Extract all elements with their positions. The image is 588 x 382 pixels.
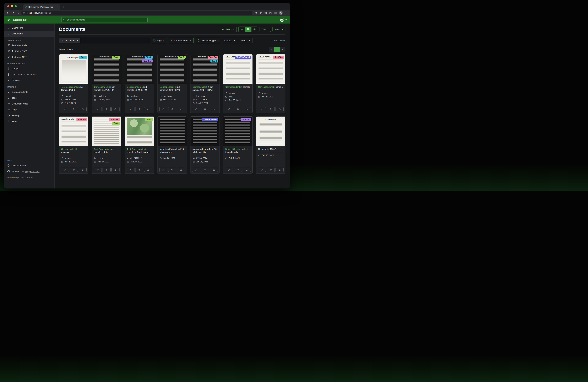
view-button[interactable] [70, 107, 78, 111]
tag-badge[interactable]: Tag 2 [145, 56, 153, 59]
download-button[interactable] [79, 168, 87, 172]
document-card[interactable]: Tag 3 Test Correspondent: sample-pdf-wit… [125, 116, 154, 174]
pagination-prev-button[interactable]: « [269, 47, 274, 52]
edit-button[interactable] [192, 107, 200, 111]
view-button[interactable] [168, 107, 176, 111]
doc-thumbnail[interactable]: A Simple PDF File TagWithPartial [223, 54, 252, 84]
sidebar-item-close-all[interactable]: Close all [4, 78, 54, 83]
sidebar-item-documentation[interactable]: Documentation [4, 163, 54, 168]
tag-badge[interactable]: Tag 2 [210, 60, 218, 62]
document-card[interactable]: Lorem ipsum file-sample_150kBs Feb 15, 2… [256, 116, 285, 174]
close-window-button[interactable] [7, 5, 9, 7]
document-card[interactable]: sample-pdf-download-10-mb copy_red Jan 2… [158, 116, 187, 174]
doc-thumbnail[interactable]: Adobe Acrobat PDF Files Tag 3 [158, 54, 187, 84]
view-button[interactable] [103, 107, 111, 111]
doc-correspondent-link[interactable]: Correspondent 2 [127, 86, 143, 88]
edit-button[interactable] [61, 107, 69, 111]
pagination-next-button[interactable]: » [280, 47, 285, 52]
sidebar-item-test-view-and[interactable]: Test View AND [4, 42, 54, 48]
doc-thumbnail[interactable] [158, 117, 187, 146]
select-button[interactable]: Select [220, 27, 237, 32]
tab-close-icon[interactable] [57, 6, 59, 8]
doc-thumbnail[interactable]: Adobe Acrobat PDF Files Tag 3 [92, 54, 121, 84]
doc-correspondent-link[interactable]: Correspondent 2 [258, 86, 274, 88]
tag-badge[interactable]: NewOne [241, 118, 251, 121]
sidebar-item-test-view-not[interactable]: Test View NOT [4, 54, 54, 60]
tag-badge[interactable]: Test Tag [77, 118, 87, 121]
doc-correspondent-link[interactable]: Correspondent 2 [160, 86, 176, 88]
tag-badge[interactable]: Tag 3 [112, 122, 120, 125]
view-button[interactable] [135, 107, 143, 111]
doc-thumbnail[interactable]: Test TagTag 3 [92, 117, 121, 146]
browser-tab[interactable]: Documents - Paperless-ngx [23, 4, 60, 10]
tag-badge[interactable]: Test Tag [208, 56, 219, 59]
download-button[interactable] [144, 107, 152, 111]
title-content-dropdown[interactable]: Title & content [59, 38, 80, 43]
view-button[interactable] [234, 107, 242, 111]
tag-badge[interactable]: TagWithPartial [235, 56, 251, 59]
site-info-icon[interactable] [23, 12, 25, 14]
sidebar-item-test-view-any[interactable]: Test View ANY [4, 48, 54, 54]
correspondent-filter-button[interactable]: Correspondent [168, 38, 194, 43]
download-button[interactable] [243, 107, 251, 111]
sidebar-item-tags[interactable]: Tags [4, 95, 54, 101]
doc-thumbnail[interactable]: Adobe Acrobat PDF Files Tag 2NewOne [125, 54, 154, 84]
minimize-window-button[interactable] [11, 5, 13, 7]
download-button[interactable] [177, 168, 185, 172]
tag-badge[interactable]: Tag 2 [79, 56, 87, 59]
sidebar-item-github[interactable]: GitHub [12, 170, 19, 173]
edit-button[interactable] [225, 107, 233, 111]
view-button[interactable] [135, 168, 143, 172]
reload-button[interactable] [16, 12, 19, 14]
browser-profile-avatar[interactable] [279, 11, 283, 15]
doc-correspondent-link[interactable]: Test Correspondent [61, 86, 80, 88]
tag-badge[interactable]: TagWithPartial [202, 118, 219, 121]
edit-button[interactable] [94, 107, 102, 111]
doc-thumbnail[interactable]: Lorem ipsum [256, 117, 285, 146]
document-card[interactable]: Test TagTag 3 Test Correspondent: sample… [92, 116, 121, 174]
tag-badge[interactable]: Tag 3 [112, 56, 120, 59]
sidebar-item-documents[interactable]: Documents [4, 31, 54, 37]
bookmark-star-icon[interactable] [259, 12, 262, 14]
view-button[interactable] [267, 168, 275, 172]
view-button[interactable] [267, 107, 275, 111]
view-button[interactable] [201, 168, 209, 172]
edit-button[interactable] [258, 168, 266, 172]
info-icon[interactable] [264, 12, 267, 14]
app-brand[interactable]: Paperless-ngx [4, 18, 30, 21]
sidebar-item-correspondents[interactable]: Correspondents [4, 89, 54, 95]
doc-thumbnail[interactable]: A Simple PDF File Test Tag [59, 117, 88, 146]
document-card[interactable]: Lorem Ipsum Tag 2 Test Correspondent: A … [59, 54, 88, 113]
sidebar-item-logs[interactable]: Logs [4, 107, 54, 113]
global-search-input[interactable] [67, 19, 146, 21]
doc-correspondent-link[interactable]: Correspondent 2 [192, 86, 209, 88]
global-search[interactable] [61, 17, 147, 22]
address-bar[interactable]: localhost:4200/documents [21, 11, 252, 15]
new-tab-button[interactable] [61, 4, 66, 9]
document-card[interactable]: Adobe Acrobat PDF Files Test TagTag 2 Co… [190, 54, 220, 113]
tag-badge[interactable]: Test Tag [109, 118, 120, 121]
doc-thumbnail[interactable]: Adobe Acrobat PDF Files Test TagTag 2 [190, 54, 220, 84]
edit-button[interactable] [126, 107, 135, 111]
edit-button[interactable] [225, 168, 233, 172]
document-card[interactable]: A Simple PDF File Test Tag Correspondent… [256, 54, 285, 113]
sidebar-item-dashboard[interactable]: Dashboard [4, 25, 54, 31]
added-filter-button[interactable]: Added [239, 38, 252, 43]
download-button[interactable] [210, 168, 218, 172]
doc-thumbnail[interactable]: A Simple PDF File Test Tag [256, 54, 285, 84]
doc-thumbnail[interactable]: NewOne [223, 117, 252, 146]
tag-badge[interactable]: NewOne [142, 60, 153, 62]
extensions-icon[interactable] [269, 12, 272, 14]
sort-button[interactable]: Sort [260, 27, 271, 32]
suggest-idea-link[interactable]: Suggest an idea [22, 170, 40, 173]
tab-search-button[interactable] [285, 5, 287, 8]
title-content-filter-input[interactable] [80, 38, 150, 43]
view-button[interactable] [103, 168, 111, 172]
back-button[interactable] [7, 11, 9, 14]
document-card[interactable]: A Simple PDF File Test Tag Correspondent… [59, 116, 88, 174]
sidebar-item-settings[interactable]: Settings [4, 113, 54, 119]
doc-thumbnail[interactable]: TagWithPartial [190, 117, 220, 146]
download-button[interactable] [111, 107, 120, 111]
side-panel-icon[interactable] [274, 12, 277, 14]
doc-correspondent-link[interactable]: Correspondent 2 [225, 86, 242, 88]
